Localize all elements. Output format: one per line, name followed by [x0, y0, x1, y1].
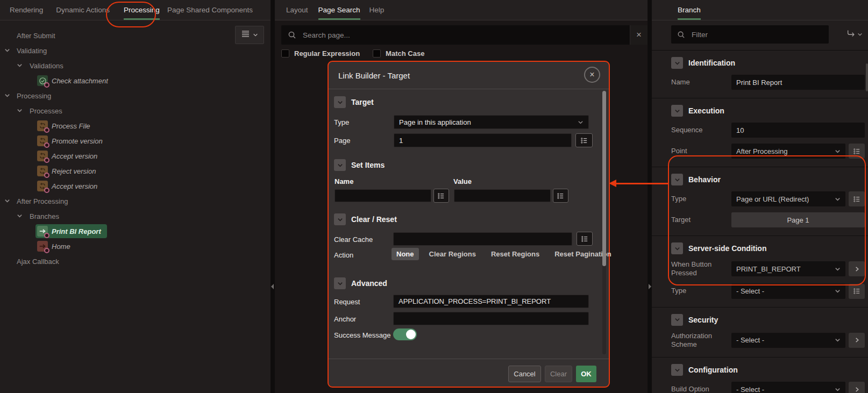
tree-leaf[interactable]: Accept version — [35, 179, 103, 193]
when-button-pressed-select[interactable]: PRINT_BI_REPORT — [731, 261, 845, 276]
set-item-name-input[interactable] — [335, 189, 431, 202]
tree-leaf[interactable]: Check attachment — [35, 74, 114, 88]
tree-item-validations[interactable]: Validations — [0, 58, 271, 73]
collapse-section-button[interactable] — [334, 277, 346, 289]
collapse-section-button[interactable] — [334, 96, 346, 108]
search-input[interactable] — [302, 31, 630, 40]
name-input[interactable]: Print BI Report — [731, 75, 865, 90]
collapse-section-button[interactable] — [671, 314, 683, 326]
list-of-values-button[interactable] — [849, 284, 865, 299]
tab-branch[interactable]: Branch — [678, 0, 701, 20]
anchor-input[interactable] — [393, 312, 589, 325]
tree-item-accept-version[interactable]: Accept version — [0, 148, 271, 163]
tree-item-after-processing[interactable]: After Processing — [0, 194, 271, 209]
chevron-down-icon[interactable] — [17, 108, 23, 113]
tree-item-processing[interactable]: Processing — [0, 88, 271, 103]
property-filter-row — [652, 20, 868, 51]
target-button[interactable]: Page 1 — [731, 212, 865, 227]
tree-leaf[interactable]: Process File — [35, 119, 96, 133]
right-splitter[interactable] — [648, 0, 652, 393]
collapse-right-icon[interactable] — [649, 284, 651, 289]
chevron-down-icon — [835, 196, 841, 202]
drilldown-button[interactable] — [849, 261, 865, 276]
tree-item-validating[interactable]: Validating — [0, 43, 271, 58]
tree-leaf[interactable]: Accept version — [35, 149, 103, 163]
tree-item-promote-version[interactable]: Promote version — [0, 133, 271, 148]
collapse-section-button[interactable] — [671, 174, 683, 185]
go-to-group-button[interactable] — [846, 30, 863, 39]
tree-item-branches[interactable]: Branches — [0, 209, 271, 224]
section-clear-reset: Clear / Reset — [334, 213, 397, 225]
collapse-section-button[interactable] — [671, 105, 683, 117]
close-icon[interactable]: × — [584, 67, 600, 83]
page-input[interactable]: 1 — [394, 133, 572, 147]
tree-item-reject-version[interactable]: Reject version — [0, 163, 271, 178]
tab-processing[interactable]: Processing — [124, 0, 160, 20]
tree-item-processes[interactable]: Processes — [0, 103, 271, 118]
checkbox-icon[interactable] — [373, 49, 381, 58]
tree-item-check-attachment[interactable]: Check attachment — [0, 73, 271, 88]
collapse-left-icon[interactable] — [271, 284, 274, 289]
action-option-none[interactable]: None — [392, 248, 419, 260]
cancel-button[interactable]: Cancel — [508, 366, 541, 382]
list-of-values-button[interactable] — [849, 144, 865, 159]
collapse-section-button[interactable] — [334, 213, 346, 225]
tree-item-print-bi-report[interactable]: Print BI Report — [0, 224, 271, 239]
success-message-toggle[interactable] — [393, 328, 417, 340]
tree-item-ajax-callback[interactable]: Ajax Callback — [0, 254, 271, 269]
ok-button[interactable]: OK — [576, 366, 596, 382]
chevron-down-icon[interactable] — [4, 92, 10, 98]
right-scrollbar[interactable] — [866, 63, 868, 91]
request-input[interactable]: APPLICATION_PROCESS=PRINT_BI_REPORT — [393, 295, 589, 308]
page-lov-button[interactable] — [575, 133, 593, 147]
set-item-value-input[interactable] — [454, 189, 551, 202]
tab-page-shared-components[interactable]: Page Shared Components — [167, 0, 253, 20]
collapse-section-button[interactable] — [671, 242, 683, 254]
target-type-select[interactable]: Page in this application — [394, 115, 589, 129]
tree-leaf[interactable]: Promote version — [35, 134, 109, 148]
collapse-section-button[interactable] — [671, 364, 683, 376]
authorization-scheme-select[interactable]: - Select - — [731, 333, 845, 348]
tab-dynamic-actions[interactable]: Dynamic Actions — [56, 0, 110, 20]
clear-cache-input[interactable] — [393, 232, 572, 246]
set-item-value-lov-button[interactable] — [553, 189, 568, 203]
action-option-reset-regions[interactable]: Reset Regions — [486, 248, 544, 260]
left-splitter[interactable] — [271, 0, 275, 393]
chevron-down-icon[interactable] — [4, 47, 10, 53]
type-select[interactable]: Page or URL (Redirect) — [731, 191, 845, 206]
tree-leaf[interactable]: Home — [35, 239, 76, 253]
clear-cache-lov-button[interactable] — [577, 232, 593, 246]
tab-help[interactable]: Help — [369, 0, 385, 20]
drilldown-button[interactable] — [849, 333, 865, 348]
filter-input[interactable] — [691, 30, 829, 39]
tree-item-accept-version[interactable]: Accept version — [0, 178, 271, 194]
collapse-section-button[interactable] — [334, 159, 346, 171]
list-of-values-button[interactable] — [849, 191, 865, 206]
regular-expression-option[interactable]: Regular Expression — [281, 49, 360, 58]
type-select[interactable]: - Select - — [731, 284, 845, 299]
search-clear-button[interactable]: × — [630, 25, 648, 45]
tree-item-home[interactable]: Home — [0, 239, 271, 254]
chevron-down-icon[interactable] — [4, 198, 10, 204]
checkbox-icon[interactable] — [281, 49, 289, 58]
tree-item-after-submit[interactable]: After Submit — [0, 28, 271, 43]
collapse-section-button[interactable] — [671, 57, 683, 69]
clear-button[interactable]: Clear — [545, 366, 572, 382]
dialog-scrollbar[interactable] — [602, 91, 606, 266]
tree-leaf[interactable]: Print BI Report — [35, 224, 107, 238]
action-option-clear-regions[interactable]: Clear Regions — [424, 248, 481, 260]
drilldown-button[interactable] — [849, 382, 865, 393]
chevron-down-icon[interactable] — [17, 62, 23, 68]
tree-item-process-file[interactable]: Process File — [0, 118, 271, 133]
tab-page-search[interactable]: Page Search — [318, 0, 360, 20]
tree-leaf[interactable]: Reject version — [35, 164, 102, 178]
match-case-option[interactable]: Match Case — [373, 49, 424, 58]
action-option-reset-pagination[interactable]: Reset Pagination — [550, 248, 616, 260]
build-option-select[interactable]: - Select - — [731, 382, 845, 393]
chevron-down-icon[interactable] — [17, 213, 23, 219]
set-item-name-lov-button[interactable] — [433, 189, 449, 203]
sequence-input[interactable]: 10 — [731, 123, 865, 138]
point-select[interactable]: After Processing — [731, 144, 845, 159]
tab-rendering[interactable]: Rendering — [10, 0, 43, 20]
tab-layout[interactable]: Layout — [286, 0, 308, 20]
